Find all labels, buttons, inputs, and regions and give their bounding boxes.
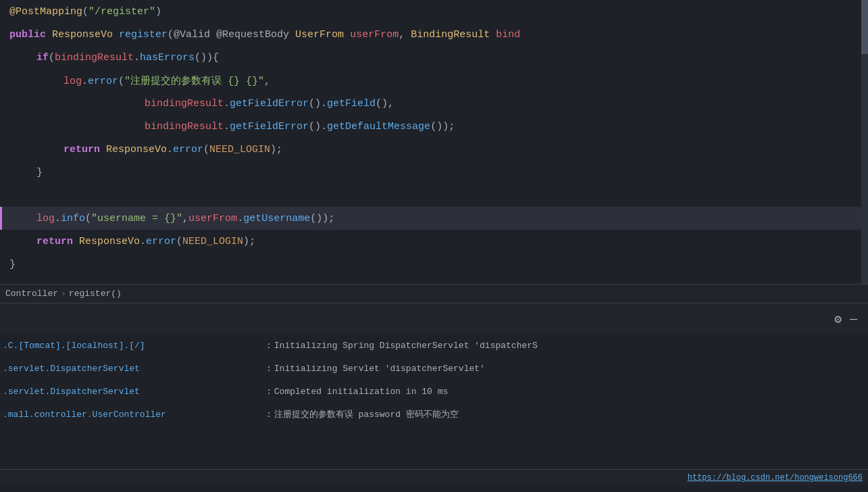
- line-content: log.error("注册提交的参数有误 {} {}",: [7, 74, 270, 87]
- line-content: }: [7, 259, 16, 270]
- code-line: bindingResult.getFieldError().getDefault…: [0, 115, 868, 138]
- code-line: return ResponseVo.error(NEED_LOGIN);: [0, 230, 868, 253]
- console-message: Initializing Spring DispatcherServlet 'd…: [274, 341, 538, 351]
- code-line: if(bindingResult.hasErrors()){: [0, 46, 868, 69]
- console-source: .servlet.DispatcherServlet: [0, 364, 263, 374]
- console-line: .servlet.DispatcherServlet: Initializing…: [0, 357, 868, 380]
- console-message: 注册提交的参数有误 password 密码不能为空: [274, 408, 459, 420]
- code-line: @PostMapping("/register"): [0, 0, 868, 23]
- line-content: if(bindingResult.hasErrors()){: [7, 52, 219, 64]
- breadcrumb-part1: Controller: [5, 289, 58, 299]
- code-line: bindingResult.getFieldError().getField()…: [0, 92, 868, 115]
- code-line: public ResponseVo register(@Valid @Reque…: [0, 23, 868, 46]
- line-highlight-marker: [0, 207, 2, 230]
- breadcrumb-part2: register(): [69, 289, 122, 299]
- code-line: log.info("username = {}",userFrom.getUse…: [0, 207, 868, 230]
- line-content: }: [7, 167, 43, 178]
- code-line: return ResponseVo.error(NEED_LOGIN);: [0, 138, 868, 161]
- code-line: }: [0, 161, 868, 184]
- console-colon: :: [266, 387, 272, 397]
- console-header: ⚙ —: [0, 303, 868, 334]
- console-line: .mall.controller.UserController: 注册提交的参数…: [0, 403, 868, 426]
- code-lines-container: @PostMapping("/register")public Response…: [0, 0, 868, 276]
- breadcrumb-bar: Controller › register(): [0, 284, 868, 303]
- line-content: @PostMapping("/register"): [7, 6, 161, 18]
- console-source: .C.[Tomcat].[localhost].[/]: [0, 341, 263, 351]
- console-source: .servlet.DispatcherServlet: [0, 387, 263, 397]
- scrollbar-thumb[interactable]: [861, 0, 868, 54]
- editor-scrollbar[interactable]: [861, 0, 868, 284]
- code-editor: @PostMapping("/register")public Response…: [0, 0, 868, 284]
- line-content: return ResponseVo.error(NEED_LOGIN);: [7, 144, 282, 155]
- console-colon: :: [266, 341, 272, 351]
- line-content: log.info("username = {}",userFrom.getUse…: [7, 213, 334, 224]
- status-bar: https://blog.csdn.net/hongweisong666: [0, 469, 868, 485]
- gear-icon[interactable]: ⚙: [834, 312, 842, 326]
- console-line: .C.[Tomcat].[localhost].[/]: Initializin…: [0, 334, 868, 357]
- status-url[interactable]: https://blog.csdn.net/hongweisong666: [688, 473, 863, 483]
- line-content: return ResponseVo.error(NEED_LOGIN);: [7, 236, 255, 247]
- line-content: bindingResult.getFieldError().getDefault…: [7, 121, 455, 132]
- console-message: Initializing Servlet 'dispatcherServlet': [274, 364, 485, 374]
- minimize-icon[interactable]: —: [850, 312, 857, 326]
- console-source: .mall.controller.UserController: [0, 410, 263, 420]
- console-line: .servlet.DispatcherServlet: Completed in…: [0, 380, 868, 403]
- console-message: Completed initialization in 10 ms: [274, 387, 448, 397]
- code-line: }: [0, 253, 868, 276]
- breadcrumb-separator: ›: [61, 289, 66, 299]
- console-output: .C.[Tomcat].[localhost].[/]: Initializin…: [0, 334, 868, 469]
- console-colon: :: [266, 364, 272, 374]
- line-content: public ResponseVo register(@Valid @Reque…: [7, 29, 520, 41]
- console-colon: :: [266, 410, 272, 420]
- code-line: [0, 184, 868, 207]
- line-content: bindingResult.getFieldError().getField()…: [7, 98, 394, 109]
- code-line: log.error("注册提交的参数有误 {} {}",: [0, 69, 868, 92]
